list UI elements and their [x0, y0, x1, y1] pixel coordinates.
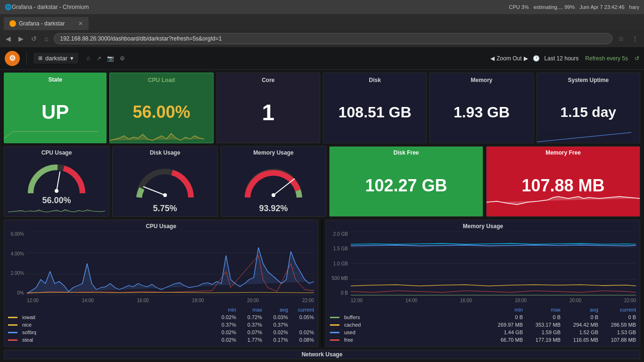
cpu-chart-svg [27, 231, 314, 296]
tab-close-button[interactable]: ✕ [78, 20, 83, 27]
cpu-legend: min max avg current iowait 0.02% 0.72% 0… [8, 306, 314, 344]
active-tab[interactable]: Grafana - darkstar ✕ [4, 17, 89, 30]
legend-iowait-label: iowait [22, 314, 50, 320]
grafana-navbar: ⚙ ⊞ darkstar ▾ ☆ ↗ 📷 ⚙ ◀ Zoom Out ▶ 🕐 La… [0, 47, 644, 70]
cpu-usage-sparkline [8, 207, 105, 214]
forward-button[interactable]: ▶ [17, 34, 25, 43]
y-mem-1g: 1.0 GB [330, 261, 348, 266]
time-status: Jum Apr 7 23:42:46 [579, 4, 624, 10]
cpu-status: CPU 3% [509, 4, 529, 10]
home-button[interactable]: ⌂ [42, 34, 50, 43]
disk-gauge-container [116, 158, 214, 204]
clock-icon: 🕐 [533, 55, 540, 62]
cpu-gauge-svg [24, 158, 90, 196]
uptime-sparkline [537, 129, 631, 143]
disk-panel: Disk 108.51 GB [323, 73, 427, 143]
y-label-0: 0% [8, 290, 24, 296]
settings-icon[interactable]: ⚙ [120, 55, 125, 62]
browser-title-bar: 🌐 Grafana - darkstar - Chromium CPU 3% e… [0, 0, 644, 14]
charts-row: CPU Usage 6.00% 4.00% 2.00% 0% [4, 220, 640, 347]
user-status: hary [629, 4, 639, 10]
mx-label-16: 16:00 [460, 298, 472, 303]
uptime-title: System Uptime [543, 77, 634, 83]
refresh-label: Refresh every 5s [585, 55, 628, 62]
legend-softirq-label: softirq [22, 329, 50, 335]
memory-free-value: 107.88 MB [521, 176, 604, 196]
memory-free-panel: Memory Free 107.88 MB [486, 146, 640, 217]
legend-used: used 1.44 GB 1.59 GB 1.52 GB 1.53 GB [330, 329, 636, 336]
dashboard-selector[interactable]: ⊞ darkstar ▾ [33, 53, 78, 64]
cpu-load-title: CPU Load [116, 77, 207, 83]
disk-gauge-svg [132, 162, 198, 200]
refresh-button[interactable]: ↺ [635, 55, 639, 62]
dashboard-name: darkstar [45, 55, 67, 62]
x-label-20: 20:00 [247, 298, 259, 303]
grafana-logo[interactable]: ⚙ [5, 51, 20, 66]
snapshot-icon[interactable]: 📷 [107, 55, 114, 62]
cpu-usage-gauge-value: 56.00% [42, 196, 71, 206]
memory-usage-chart-panel: Memory Usage 2.0 GB 1.5 GB 1.0 GB 500 MB… [326, 220, 640, 347]
back-button[interactable]: ◀ [4, 34, 13, 43]
mx-label-22: 22:00 [624, 298, 636, 303]
y-label-2: 2.00% [8, 271, 24, 276]
memory-gauge-container [225, 158, 322, 204]
disk-value: 108.51 GB [329, 85, 421, 139]
y-mem-500m: 500 MB [330, 276, 348, 281]
legend-buffers-label: buffers [344, 314, 372, 320]
legend-steal-label: steal [22, 337, 50, 343]
network-title: Network Usage [302, 351, 343, 358]
disk-title: Disk [329, 77, 421, 83]
star-icon[interactable]: ☆ [86, 55, 91, 62]
legend-nice: nice 0.37% 0.37% 0.37% [8, 321, 314, 329]
browser-title-icon: 🌐 [5, 4, 12, 10]
core-title: Core [223, 77, 314, 83]
mx-label-14: 14:00 [405, 298, 417, 303]
prev-time-icon[interactable]: ◀ [490, 55, 495, 62]
reload-button[interactable]: ↺ [29, 34, 39, 43]
stat-panels-row: State UP CPU Load 56.00% Core 1 Disk 108… [4, 73, 640, 143]
bookmark-button[interactable]: ☆ [616, 34, 626, 43]
dashboard-dropdown-icon: ▾ [70, 55, 74, 62]
tab-favicon [9, 20, 16, 27]
memory-chart-svg [351, 231, 636, 296]
browser-address-bar: ◀ ▶ ↺ ⌂ 192.168.88.26:3000/dashboard/db/… [0, 30, 644, 47]
time-range-label: Last 12 hours [545, 55, 579, 62]
memory-panel: Memory 1.93 GB [429, 73, 533, 143]
core-panel: Core 1 [216, 73, 320, 143]
mx-label-20: 20:00 [570, 298, 581, 303]
legend-cached-label: cached [344, 322, 372, 328]
svg-point-3 [163, 193, 167, 197]
memory-free-title: Memory Free [545, 149, 581, 156]
legend-steal: steal 0.02% 1.77% 0.17% 0.08% [8, 336, 314, 344]
svg-point-5 [272, 193, 275, 197]
disk-free-title: Disk Free [393, 149, 419, 156]
memory-usage-gauge-panel: Memory Usage 93.92% [221, 146, 326, 217]
memory-x-labels: 12:00 14:00 16:00 18:00 20:00 22:00 [351, 296, 636, 305]
panel-divider [321, 220, 323, 347]
dashboard-content: State UP CPU Load 56.00% Core 1 Disk 108… [0, 70, 644, 362]
state-title: State [9, 76, 101, 83]
zoom-out-controls[interactable]: ◀ Zoom Out ▶ [490, 55, 528, 62]
y-label-4: 4.00% [8, 251, 24, 256]
cpu-x-labels: 12:00 14:00 16:00 18:00 20:00 22:00 [27, 296, 314, 305]
legend-free: free 66.70 MB 177.19 MB 116.65 MB 107.88… [330, 336, 636, 344]
tab-title: Grafana - darkstar [19, 20, 65, 27]
legend-cached: cached 269.97 MB 353.17 MB 294.42 MB 286… [330, 321, 636, 329]
memory-usage-gauge-value: 93.92% [259, 204, 288, 214]
share-icon[interactable]: ↗ [97, 55, 101, 62]
next-time-icon[interactable]: ▶ [524, 55, 528, 62]
mx-label-12: 12:00 [351, 298, 363, 303]
menu-button[interactable]: ⋮ [630, 34, 640, 43]
url-text: 192.168.88.26:3000/dashboard/db/darkstar… [60, 35, 222, 42]
legend-used-label: used [344, 329, 372, 335]
memory-gauge-svg [240, 162, 306, 200]
y-mem-2g: 2.0 GB [330, 231, 348, 237]
legend-nice-label: nice [22, 322, 50, 328]
legend-iowait: iowait 0.02% 0.72% 0.03% 0.05% [8, 313, 314, 321]
x-label-14: 14:00 [82, 298, 94, 303]
network-panel: Network Usage [4, 350, 640, 359]
browser-status: CPU 3% estimating..., 99% Jum Apr 7 23:4… [509, 4, 639, 10]
svg-line-4 [273, 179, 295, 195]
dashboard-actions: ☆ ↗ 📷 ⚙ [86, 55, 125, 62]
address-input[interactable]: 192.168.88.26:3000/dashboard/db/darkstar… [54, 33, 612, 44]
